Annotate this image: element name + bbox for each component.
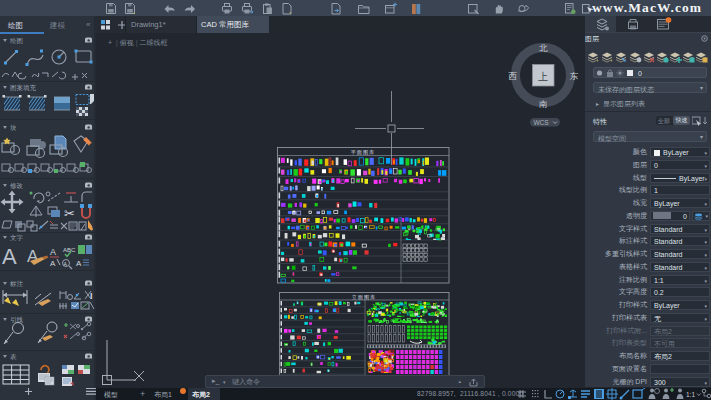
svg-text:✂: ✂ [64, 206, 75, 221]
svg-text:块: 块 [9, 124, 17, 131]
svg-text:标注: 标注 [9, 280, 24, 288]
svg-text:A: A [64, 261, 68, 267]
svg-text:上: 上 [537, 71, 548, 82]
svg-text:A: A [76, 259, 82, 268]
svg-text:东: 东 [570, 71, 579, 81]
svg-text:0: 0 [638, 69, 642, 76]
svg-text:平面图库: 平面图库 [351, 149, 376, 155]
svg-text:绘图: 绘图 [10, 37, 23, 44]
svg-text:WCS: WCS [533, 119, 549, 126]
svg-text:1:1: 1:1 [686, 391, 695, 398]
svg-text:A: A [50, 259, 56, 268]
svg-text:文字: 文字 [10, 234, 24, 241]
svg-text:南: 南 [539, 99, 548, 109]
svg-text:I: I [90, 291, 93, 301]
svg-text:A: A [50, 247, 56, 257]
svg-text:西: 西 [508, 71, 517, 81]
svg-text:表: 表 [10, 353, 17, 360]
svg-text:图案填充: 图案填充 [10, 84, 37, 92]
svg-text:立面图库: 立面图库 [352, 294, 377, 300]
svg-text:A: A [2, 244, 17, 269]
svg-text:ABC: ABC [63, 247, 76, 253]
svg-text:北: 北 [539, 43, 548, 53]
svg-text:修改: 修改 [10, 182, 24, 189]
